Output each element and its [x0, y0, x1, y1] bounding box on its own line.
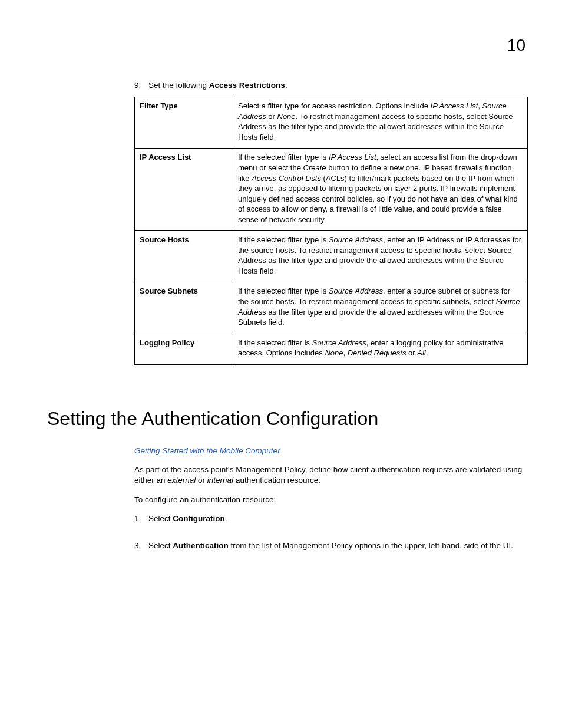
text-run: If the selected filter type is	[238, 286, 329, 295]
row-description: If the selected filter type is IP Access…	[233, 149, 528, 231]
intro-paragraph: As part of the access point's Management…	[134, 465, 528, 486]
text-run: If the selected filter is	[238, 338, 312, 347]
text-run: Select	[148, 514, 173, 523]
italic-text: IP Access List	[431, 101, 478, 110]
link-getting-started[interactable]: Getting Started with the Mobile Computer	[134, 446, 280, 455]
related-link: Getting Started with the Mobile Computer	[134, 446, 528, 456]
text-run: If the selected filter type is	[238, 235, 329, 244]
page: 10 9. Set the following Access Restricti…	[0, 0, 562, 728]
text-run: Select a filter type for access restrict…	[238, 101, 431, 110]
step-text-before: Set the following	[148, 81, 209, 90]
section-heading: Setting the Authentication Configuration	[47, 406, 528, 431]
italic-text: Source Address	[329, 286, 383, 295]
table-row: Source HostsIf the selected filter type …	[135, 231, 528, 282]
text-run: or	[266, 112, 277, 121]
bold-text: Authentication	[173, 541, 229, 550]
table-row: IP Access ListIf the selected filter typ…	[135, 149, 528, 231]
access-restrictions-table: Filter TypeSelect a filter type for acce…	[134, 97, 528, 364]
bold-text: Configuration	[173, 514, 224, 523]
step-body: Set the following Access Restrictions:	[148, 80, 528, 91]
text-run: ,	[343, 348, 347, 357]
italic-text: None	[277, 112, 296, 121]
text-run: .	[426, 348, 428, 357]
text-run: ,	[478, 101, 482, 110]
italic-text: external	[167, 476, 196, 485]
step-9: 9. Set the following Access Restrictions…	[134, 80, 528, 91]
text-run: or	[196, 476, 207, 485]
procedure-step: 3.Select Authentication from the list of…	[134, 541, 528, 551]
italic-text: internal	[207, 476, 233, 485]
row-label: Logging Policy	[135, 334, 233, 364]
text-run: authentication resource:	[233, 476, 320, 485]
text-run: If the selected filter type is	[238, 153, 329, 162]
step-body: Select Configuration.	[148, 513, 528, 524]
italic-text: Access Control Lists	[252, 174, 321, 183]
row-description: Select a filter type for access restrict…	[233, 97, 528, 149]
italic-text: None	[325, 348, 343, 357]
lead-sentence: To configure an authentication resource:	[134, 495, 528, 505]
text-run: from the list of Management Policy optio…	[229, 541, 513, 550]
step-text-after: :	[285, 81, 287, 90]
text-run: as the filter type and provide the allow…	[238, 308, 504, 327]
row-label: IP Access List	[135, 149, 233, 231]
procedure-step: 1.Select Configuration.	[134, 513, 528, 524]
step-body: Select Authentication from the list of M…	[148, 541, 528, 551]
chapter-number: 10	[507, 34, 525, 57]
italic-text: IP Access List	[329, 153, 376, 162]
text-run: Select	[148, 541, 173, 550]
step-text-bold: Access Restrictions	[209, 81, 285, 90]
text-run: or	[406, 348, 417, 357]
table-row: Filter TypeSelect a filter type for acce…	[135, 97, 528, 149]
italic-text: Denied Requests	[348, 348, 406, 357]
content-column: 9. Set the following Access Restrictions…	[134, 80, 528, 551]
row-label: Source Hosts	[135, 231, 233, 282]
table-row: Source SubnetsIf the selected filter typ…	[135, 282, 528, 334]
text-run: .	[225, 514, 227, 523]
row-label: Source Subnets	[135, 282, 233, 334]
italic-text: Source Address	[312, 338, 366, 347]
italic-text: All	[417, 348, 425, 357]
italic-text: Create	[303, 163, 326, 172]
italic-text: Source Address	[329, 235, 383, 244]
step-number: 1.	[134, 513, 148, 524]
step-number: 9.	[134, 80, 148, 91]
table-row: Logging PolicyIf the selected filter is …	[135, 334, 528, 364]
row-label: Filter Type	[135, 97, 233, 149]
row-description: If the selected filter type is Source Ad…	[233, 231, 528, 282]
row-description: If the selected filter is Source Address…	[233, 334, 528, 364]
step-number: 3.	[134, 541, 148, 551]
row-description: If the selected filter type is Source Ad…	[233, 282, 528, 334]
